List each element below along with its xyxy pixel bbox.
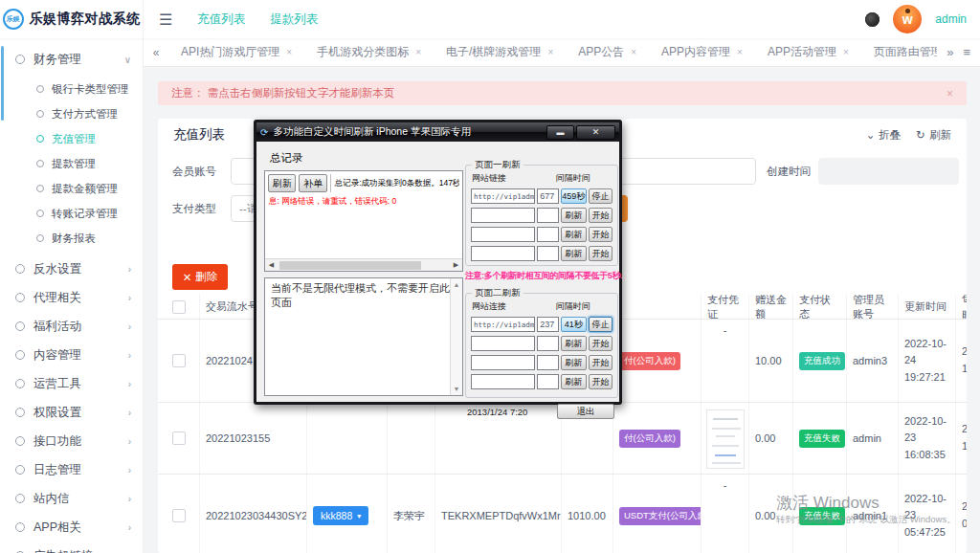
interval-input[interactable] [537,374,559,389]
minimize-button[interactable]: ▬ [546,125,574,140]
sidebar-scrollbar[interactable] [1,46,4,121]
start-stop-button[interactable]: 开始 [589,336,612,351]
start-stop-button[interactable]: 开始 [589,246,612,261]
menu-toggle-icon[interactable]: ☰ [159,11,172,29]
horizontal-scrollbar[interactable]: ◀ ▶ [265,258,462,271]
created-range-input[interactable] [818,158,959,185]
url-input[interactable]: http://vip1admin.586 [471,188,535,204]
interval-input[interactable] [537,246,559,261]
countdown-refresh-button[interactable]: 刷新 [561,374,587,389]
proxy-mode-textarea[interactable]: 当前不是无限代理模式，不需要开启此页面 ▲ ▼ [264,277,463,396]
collapse-button[interactable]: ⌄折叠 [866,128,902,143]
countdown-refresh-button[interactable]: 刷新 [561,208,587,223]
sidebar-group[interactable]: 接口功能 › [0,427,143,455]
countdown-refresh-button[interactable]: 刷新 [561,355,587,370]
sidebar-item[interactable]: 提款管理 [0,151,143,176]
scrollbar-thumb[interactable] [279,261,421,270]
sidebar-group[interactable]: APP相关 › [0,513,143,542]
tab-close-icon[interactable]: × [547,47,553,57]
dialog-titlebar[interactable]: ⟳ 多功能自定义时间刷新 iPhone 苹果国际专用 ▬ ✕ [256,122,619,142]
sidebar-group[interactable]: 广告超链接 › [0,542,143,553]
start-stop-button[interactable]: 停止 [589,188,612,204]
scroll-left-icon[interactable]: ◀ [265,259,278,271]
tabs-menu-icon[interactable]: ≡ [963,45,970,59]
sidebar-item[interactable]: 转账记录管理 [0,201,143,226]
tab-close-icon[interactable]: × [631,47,636,57]
tab[interactable]: APP公告 × [566,38,649,66]
scroll-up-icon[interactable]: ▲ [454,280,460,289]
sidebar-group[interactable]: 反水设置 › [0,254,143,283]
tabs-scroll-left-icon[interactable]: « [144,46,168,59]
sidebar-group-finance[interactable]: 财务管理 ∨ [0,44,143,75]
countdown-refresh-button[interactable]: 刷新 [561,227,587,242]
url-input[interactable] [471,246,535,261]
notice-close-icon[interactable]: × [947,87,953,100]
sidebar-item[interactable]: 提款金额管理 [0,176,143,201]
tab[interactable]: APP内容管理 × [649,38,755,66]
supplement-order-button[interactable]: 补单 [299,174,326,192]
interval-input[interactable] [537,208,559,223]
start-stop-button[interactable]: 开始 [589,208,612,223]
sidebar-group[interactable]: 福利活动 › [0,312,143,341]
interval-input[interactable] [537,336,559,351]
url-input[interactable] [471,208,535,223]
tab-close-icon[interactable]: × [737,47,743,57]
globe-icon[interactable] [865,12,880,27]
sidebar-group[interactable]: 权限设置 › [0,398,143,427]
sidebar-item[interactable]: 充值管理 [0,126,143,151]
tab[interactable]: 电子/棋牌游戏管理 × [434,38,566,66]
close-button[interactable]: ✕ [576,125,615,140]
tab[interactable]: 页面路由管理 × [861,38,937,66]
top-nav-link[interactable]: 提款列表 [270,11,318,28]
tabs-scroll-right-icon[interactable]: » [947,45,953,59]
interval-input[interactable] [537,355,559,370]
url-input[interactable] [471,374,535,389]
dialog-refresh-button[interactable]: 刷新 [268,174,296,192]
url-input[interactable]: http://vip1admin.586 [471,317,535,332]
sidebar-group[interactable]: 运营工具 › [0,369,143,398]
filter-input[interactable] [617,158,756,185]
top-nav-link[interactable]: 充值列表 [197,11,245,28]
vertical-scrollbar[interactable]: ▲ ▼ [450,278,462,395]
scroll-right-icon[interactable]: ▶ [450,259,462,271]
interval-input[interactable]: 677 [537,188,559,204]
tab[interactable]: APP活动管理 × [755,38,861,66]
sidebar-group[interactable]: 代理相关 › [0,283,143,312]
sidebar-item[interactable]: 财务报表 [0,226,143,251]
tab-close-icon[interactable]: × [415,47,421,57]
countdown-refresh-button[interactable]: 459秒 [561,188,587,204]
member-dropdown-button[interactable]: kkk888▾ [313,506,368,525]
tab-close-icon[interactable]: × [843,47,849,57]
refresh-button[interactable]: ↻刷新 [916,128,951,143]
sidebar-item[interactable]: 支付方式管理 [0,101,143,126]
countdown-refresh-button[interactable]: 刷新 [561,336,587,351]
interval-input[interactable] [537,227,559,242]
delete-button[interactable]: ✕删除 [172,264,228,290]
username[interactable]: admin [935,12,967,26]
start-stop-button[interactable]: 开始 [589,355,612,370]
countdown-refresh-button[interactable]: 刷新 [561,246,587,261]
start-stop-button[interactable]: 停止 [589,317,612,332]
exit-button[interactable]: 退出 [557,404,614,419]
avatar[interactable]: w [893,5,922,33]
sidebar-item[interactable]: 银行卡类型管理 [0,77,143,101]
scroll-down-icon[interactable]: ▼ [454,385,460,393]
voucher-thumbnail[interactable] [706,409,745,469]
start-stop-button[interactable]: 开始 [589,227,612,242]
sidebar-group[interactable]: 内容管理 › [0,341,143,369]
url-input[interactable] [471,336,535,351]
interval-input[interactable]: 237 [537,317,559,332]
sidebar-group[interactable]: 日志管理 › [0,455,143,484]
row-checkbox[interactable] [172,431,186,445]
row-checkbox[interactable] [172,509,186,522]
row-checkbox[interactable] [172,354,186,367]
tab-close-icon[interactable]: × [286,47,292,57]
select-all-checkbox[interactable] [172,300,186,314]
url-input[interactable] [471,227,535,242]
start-stop-button[interactable]: 开始 [589,374,612,389]
tab[interactable]: 手机游戏分类图标 × [304,38,434,66]
sidebar-group[interactable]: 站内信 › [0,484,143,513]
url-input[interactable] [471,355,535,370]
tab[interactable]: API热门游戏厅管理 × [168,38,304,66]
countdown-refresh-button[interactable]: 41秒 [561,317,587,332]
